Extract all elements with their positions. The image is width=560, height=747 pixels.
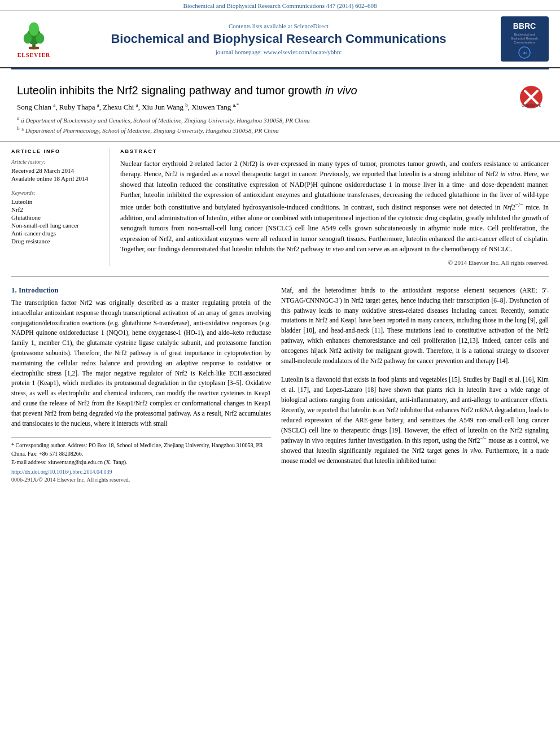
svg-point-2 xyxy=(24,33,32,43)
main-body: 1. Introduction The transcription factor… xyxy=(0,281,560,488)
article-info-panel: ARTICLE INFO Article history: Received 2… xyxy=(11,148,110,266)
journal-title: Biochemical and Biophysical Research Com… xyxy=(67,32,491,46)
keyword-3: Glutathione xyxy=(11,214,103,221)
right-column: Maf, and the heterodimer binds to the an… xyxy=(281,286,549,483)
svg-point-4 xyxy=(29,23,39,36)
svg-text:☙: ☙ xyxy=(522,50,527,56)
journal-header: ELSEVIER Contents lists available at Sci… xyxy=(0,11,560,68)
footnote-corresponding: * Corresponding author. Address: PO Box … xyxy=(11,441,271,458)
journal-homepage: journal homepage: www.elsevier.com/locat… xyxy=(67,49,491,55)
journal-center: Contents lists available at ScienceDirec… xyxy=(67,23,491,55)
svg-text:Biochemical and: Biochemical and xyxy=(514,33,535,36)
available-date: Available online 18 April 2014 xyxy=(11,175,103,182)
issn-text: 0006-291X/© 2014 Elsevier Inc. All right… xyxy=(11,477,271,483)
svg-text:Biophysical Research: Biophysical Research xyxy=(511,37,538,40)
sciencedirect-link: Contents lists available at ScienceDirec… xyxy=(67,23,491,29)
article-info-title: ARTICLE INFO xyxy=(11,148,103,154)
article-title-italic: in vivo xyxy=(325,84,357,97)
abstract-text: Nuclear factor erythroid 2-related facto… xyxy=(120,159,549,255)
svg-rect-5 xyxy=(29,47,39,50)
svg-text:Communications: Communications xyxy=(514,41,535,44)
keyword-4: Non-small-cell lung cancer xyxy=(11,222,103,229)
elsevier-label: ELSEVIER xyxy=(18,52,51,58)
section1-paragraph1: The transcription factor Nrf2 was origin… xyxy=(11,298,271,429)
article-title-section: Luteolin inhibits the Nrf2 signaling pat… xyxy=(0,73,560,142)
header-divider xyxy=(11,68,549,69)
received-date: Received 28 March 2014 xyxy=(11,167,103,174)
keyword-5: Anti-cancer drugs xyxy=(11,230,103,237)
elsevier-logo: ELSEVIER xyxy=(11,20,56,58)
content-area: ARTICLE INFO Article history: Received 2… xyxy=(0,142,560,272)
copyright: © 2014 Elsevier Inc. All rights reserved… xyxy=(120,259,549,266)
keyword-6: Drug resistance xyxy=(11,238,103,244)
svg-point-3 xyxy=(36,33,45,43)
affiliation-b: b ᵇ Department of Pharmacology, School o… xyxy=(17,125,513,135)
crossmark-icon: CrossMark xyxy=(519,85,543,109)
sciencedirect-text[interactable]: ScienceDirect xyxy=(294,23,329,29)
section1-title: 1. Introduction xyxy=(11,286,271,295)
keywords-section: Keywords: Luteolin Nrf2 Glutathione Non-… xyxy=(11,190,103,244)
keyword-2: Nrf2 xyxy=(11,206,103,213)
left-column: 1. Introduction The transcription factor… xyxy=(11,286,271,483)
journal-citation: Biochemical and Biophysical Research Com… xyxy=(183,2,377,9)
abstract-title: ABSTRACT xyxy=(120,148,549,154)
keyword-1: Luteolin xyxy=(11,198,103,205)
article-history-label: Article history: xyxy=(11,159,103,165)
crossmark-badge: CrossMark xyxy=(519,85,543,111)
footnote-email: E-mail address: xiuwentang@zju.edu.cn (X… xyxy=(11,458,271,466)
keywords-label: Keywords: xyxy=(11,190,103,196)
doi-link[interactable]: http://dx.doi.org/10.1016/j.bbrc.2014.04… xyxy=(11,469,271,475)
section1-number: 1. xyxy=(11,286,17,294)
svg-text:CrossMark: CrossMark xyxy=(522,103,541,107)
elsevier-tree-icon xyxy=(17,20,51,51)
affiliation-a: a á Department of Biochemistry and Genet… xyxy=(17,115,513,125)
article-title-text: Luteolin inhibits the Nrf2 signaling pat… xyxy=(17,84,325,97)
article-title: Luteolin inhibits the Nrf2 signaling pat… xyxy=(17,83,513,98)
affiliations: a á Department of Biochemistry and Genet… xyxy=(17,115,513,135)
authors-line: Song Chian a, Ruby Thapa a, Zhexu Chi a,… xyxy=(17,102,513,112)
svg-text:BBRC: BBRC xyxy=(513,21,536,30)
section1-paragraph-right1: Maf, and the heterodimer binds to the an… xyxy=(281,286,549,366)
journal-citation-bar: Biochemical and Biophysical Research Com… xyxy=(0,0,560,11)
footnote-area: * Corresponding author. Address: PO Box … xyxy=(11,437,271,483)
bbrc-logo-icon: BBRC Biochemical and Biophysical Researc… xyxy=(501,16,549,62)
section-divider xyxy=(11,276,549,277)
section1-paragraph-right2: Luteolin is a flavonoid that exists in f… xyxy=(281,375,549,466)
abstract-section: ABSTRACT Nuclear factor erythroid 2-rela… xyxy=(120,148,549,266)
